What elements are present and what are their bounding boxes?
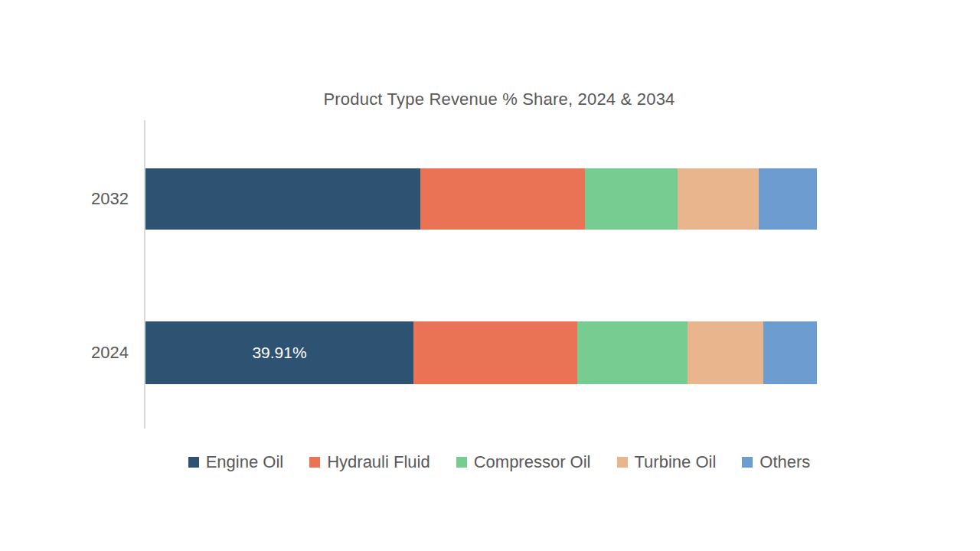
legend-label-hydrauli-fluid: Hydrauli Fluid [327,452,430,472]
chart-title: Product Type Revenue % Share, 2024 & 203… [18,90,980,109]
legend-item-others: Others [742,452,810,472]
bar-segment-2024-compressor-oil [577,321,688,384]
bar-segment-2024-hydrauli-fluid [413,321,577,384]
bar-segment-2024-turbine-oil [688,321,763,384]
legend: Engine OilHydrauli FluidCompressor OilTu… [18,452,980,472]
stacked-bar-chart: Product Type Revenue % Share, 2024 & 203… [0,0,980,551]
category-label-2024: 2024 [44,343,129,363]
legend-swatch-hydrauli-fluid [309,457,320,468]
legend-item-turbine-oil: Turbine Oil [617,452,717,472]
bar-row-2032 [145,168,817,230]
legend-label-compressor-oil: Compressor Oil [474,452,591,472]
bar-segment-2032-compressor-oil [585,168,678,230]
bar-row-2024: 39.91% [145,321,817,384]
legend-item-engine-oil: Engine Oil [188,452,284,472]
bar-segment-2032-others [759,168,817,230]
bar-segment-2024-engine-oil: 39.91% [145,321,413,384]
legend-swatch-others [742,457,753,468]
bar-segment-2032-engine-oil [145,168,420,230]
legend-label-others: Others [760,452,810,472]
bar-segment-2032-turbine-oil [678,168,758,230]
category-label-2032: 2032 [44,189,129,209]
legend-item-compressor-oil: Compressor Oil [456,452,591,472]
legend-item-hydrauli-fluid: Hydrauli Fluid [309,452,430,472]
bar-segment-2032-hydrauli-fluid [420,168,585,230]
bar-segment-2024-others [763,321,817,384]
legend-swatch-turbine-oil [617,457,628,468]
legend-swatch-compressor-oil [456,457,467,468]
legend-label-engine-oil: Engine Oil [206,452,284,472]
legend-swatch-engine-oil [188,457,199,468]
legend-label-turbine-oil: Turbine Oil [635,452,717,472]
data-label-2024-engine-oil: 39.91% [252,344,306,362]
